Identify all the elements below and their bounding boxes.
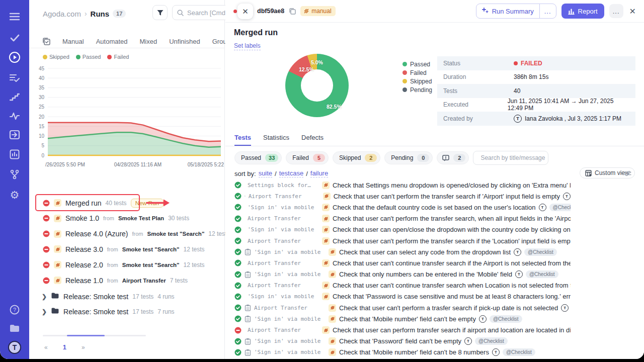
list-check-icon[interactable] bbox=[0, 70, 29, 85]
branch-icon[interactable] bbox=[0, 167, 29, 182]
test-row[interactable]: Airport TransferCheck that user can't co… bbox=[234, 257, 571, 268]
filter-chip-passed[interactable]: Passed33 bbox=[234, 151, 282, 164]
test-row[interactable]: 'Sign in' via mobileCheck that 'Password… bbox=[234, 291, 571, 302]
export-icon[interactable] bbox=[0, 127, 29, 142]
sort-suite-link[interactable]: suite bbox=[259, 169, 272, 177]
run-list-item[interactable]: Smoke 1.0fromSmoke Test Plan30 tests bbox=[29, 211, 225, 226]
manual-run-icon bbox=[322, 326, 330, 334]
filter-chip-failed[interactable]: Failed5 bbox=[286, 151, 329, 164]
testcase-icon bbox=[245, 349, 251, 356]
test-row[interactable]: 'Sign in' via mobileCheck that user can … bbox=[234, 224, 571, 235]
test-row[interactable]: 'Sign in' via mobileCheck that 'Password… bbox=[234, 336, 571, 347]
manual-run-icon bbox=[322, 182, 330, 189]
test-row[interactable]: 'Sign in' via mobileCheck that the defau… bbox=[234, 202, 571, 213]
steps-icon[interactable] bbox=[0, 89, 29, 105]
folder-icon bbox=[51, 307, 59, 316]
set-labels-link[interactable]: Set labels bbox=[234, 42, 261, 50]
view-settings-icon[interactable] bbox=[624, 169, 631, 178]
donut-legend-dot bbox=[403, 62, 407, 66]
run-list-item[interactable]: Merged run40 testsNew Run bbox=[29, 195, 225, 211]
filter-chip-skipped[interactable]: Skipped2 bbox=[333, 151, 380, 164]
test-suite-name: 'Sign in' via mobile bbox=[254, 349, 326, 355]
test-row[interactable]: Airport TransferCheck that user can't co… bbox=[234, 280, 571, 291]
comments-filter-chip[interactable]: 2 bbox=[437, 151, 469, 164]
passed-status-icon bbox=[234, 271, 242, 278]
tab-unfinished[interactable]: Unfinished bbox=[169, 38, 200, 45]
donut-legend-label: Passed bbox=[410, 61, 430, 68]
manual-run-icon bbox=[322, 259, 330, 267]
chevron-right-icon[interactable]: ❯ bbox=[42, 293, 47, 300]
tab-mixed[interactable]: Mixed bbox=[140, 38, 157, 45]
checklist-tag: @Checklist bbox=[524, 248, 557, 256]
detail-close-icon[interactable]: ✕ bbox=[628, 7, 637, 16]
results-donut-chart: 82.5%12.5%5.0% bbox=[285, 54, 349, 117]
bar-chart-icon[interactable] bbox=[0, 147, 29, 162]
donut-legend-dot bbox=[403, 87, 407, 92]
test-title: Check that user can't continue transfer … bbox=[333, 259, 571, 267]
info-value: Jun 11, 2025 10:41 AM → Jun 27, 2025 12:… bbox=[508, 98, 629, 112]
assignee-avatar: T bbox=[539, 204, 546, 211]
gear-icon[interactable]: ⚙ bbox=[0, 187, 29, 202]
test-suite-name: Airport Transfer bbox=[248, 260, 319, 266]
manual-badge: manual bbox=[300, 6, 335, 16]
test-suite-name: 'Sign in' via mobile bbox=[254, 338, 326, 344]
tab-automated[interactable]: Automated bbox=[96, 38, 128, 45]
folder-icon[interactable] bbox=[0, 321, 29, 336]
test-row[interactable]: 'Sign in' via mobileCheck that 'Mobile n… bbox=[234, 347, 571, 358]
pulse-icon[interactable] bbox=[0, 109, 29, 124]
donut-value-label: 5.0% bbox=[311, 59, 323, 65]
run-list-item[interactable]: Release 1.0fromAirport Transfer7 tests bbox=[29, 273, 225, 288]
filter-button[interactable] bbox=[152, 5, 168, 20]
pagination-prev[interactable]: « bbox=[41, 342, 51, 352]
sort-testcase-link[interactable]: testcase bbox=[279, 169, 303, 177]
test-suite-name: Airport Transfer bbox=[248, 238, 319, 244]
pagination-next[interactable]: » bbox=[78, 342, 88, 352]
test-row[interactable]: 'Sign in' via mobileCheck that 'Mobile n… bbox=[234, 313, 571, 324]
sort-separator: / bbox=[275, 170, 277, 177]
legend-dot bbox=[107, 55, 112, 59]
folder-list-item[interactable]: ❯Release: Smoke test17 tests7 runs bbox=[29, 304, 225, 320]
test-title: Check that 'Password' field can't be emp… bbox=[339, 337, 461, 345]
scrollbar-thumb[interactable] bbox=[67, 335, 105, 336]
test-row[interactable]: 'Sign in' via mobileCheck that user can … bbox=[234, 246, 571, 257]
menu-icon[interactable] bbox=[0, 9, 29, 24]
passed-status-icon bbox=[234, 226, 242, 233]
test-row[interactable]: Airport TransferCheck that user can't pe… bbox=[234, 213, 571, 224]
panel-close-button[interactable]: ✕ bbox=[237, 4, 253, 19]
play-circle-icon[interactable] bbox=[0, 50, 29, 65]
folder-list-item[interactable]: ❯Release: Smoke test17 tests4 runs bbox=[29, 289, 225, 304]
copy-icon[interactable] bbox=[289, 8, 296, 15]
run-list-item[interactable]: Release 3.0fromSmoke test "Search"12 tes… bbox=[29, 241, 225, 257]
run-list-item[interactable]: Release 2.0fromSmoke test "Search"12 tes… bbox=[29, 257, 225, 273]
pagination-page-1[interactable]: 1 bbox=[60, 342, 69, 352]
detail-tab-defects[interactable]: Defects bbox=[301, 134, 324, 146]
help-icon[interactable]: ? bbox=[0, 302, 29, 317]
detail-tab-tests[interactable]: Tests bbox=[234, 134, 251, 146]
select-runs-icon[interactable] bbox=[43, 38, 50, 45]
test-row[interactable]: 'Sign in' via mobileCheck that only numb… bbox=[234, 269, 571, 280]
test-row[interactable]: Airport TransferCheck that user can't pe… bbox=[234, 191, 571, 202]
run-list-item[interactable]: Release 4.0 (Azure)fromSmoke test "Searc… bbox=[29, 226, 225, 242]
user-avatar[interactable]: T bbox=[0, 340, 29, 355]
sparkle-icon bbox=[482, 8, 489, 15]
manual-run-icon bbox=[54, 199, 61, 207]
check-icon[interactable] bbox=[0, 30, 29, 45]
sort-failure-link[interactable]: failure bbox=[310, 169, 328, 177]
tests-search-input[interactable]: Search by title/message bbox=[473, 151, 548, 165]
tab-manual[interactable]: Manual bbox=[62, 38, 84, 45]
failed-status-icon bbox=[43, 215, 50, 222]
passed-status-icon bbox=[234, 204, 242, 211]
run-summary-button[interactable]: Run Summary bbox=[476, 4, 539, 18]
chevron-right-icon[interactable]: ❯ bbox=[42, 308, 47, 315]
test-row[interactable]: Airport TransferCheck that user can't pe… bbox=[234, 235, 571, 246]
filter-chip-pending[interactable]: Pending0 bbox=[384, 151, 433, 164]
test-row[interactable]: Airport TransferCheck that user can perf… bbox=[234, 324, 571, 335]
test-row[interactable]: Airport TransferCheck that user can't pe… bbox=[234, 302, 571, 313]
report-button[interactable]: Report bbox=[561, 4, 604, 19]
test-row[interactable]: Settings block for…Check that Settings m… bbox=[234, 179, 571, 191]
detail-tab-statistics[interactable]: Statistics bbox=[263, 134, 289, 146]
detail-more-button[interactable]: ... bbox=[609, 4, 623, 18]
breadcrumb-project[interactable]: Agoda.com bbox=[43, 10, 81, 18]
test-title: Check that user can perform transfer sea… bbox=[333, 326, 571, 334]
run-summary-more-button[interactable]: ... bbox=[539, 4, 556, 18]
